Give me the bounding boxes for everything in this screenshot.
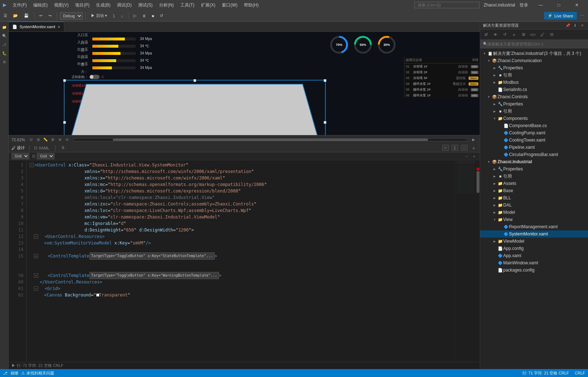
expand-15[interactable]: + [34,254,38,258]
se-filter-icon[interactable]: ⊟ [547,30,556,39]
save-button[interactable]: 💾 [22,13,31,19]
live-share-button[interactable]: ⚡ Live Share [544,12,577,20]
tree-sysmon[interactable]: ▶ 🔷 SystemMonitor.xaml [480,230,588,238]
tree-mainwindow[interactable]: ▶ 🔷 MainWindow.xaml [480,259,588,266]
sync-button[interactable]: ⇅ [61,146,65,150]
expand-ind-bll[interactable]: ▶ [492,195,497,201]
se-search-input[interactable] [487,42,585,46]
expand-solution[interactable]: ▼ [482,51,487,56]
restore-button[interactable]: □ [550,0,567,10]
sidebar-search-icon[interactable]: 🔍 [0,32,8,40]
tab-systemmonitor[interactable]: 📄 SystemMonitor.xaml ✕ [9,21,64,31]
undo-button[interactable]: ↩ [37,13,45,19]
design-mode-button[interactable]: 🖊 设计 [12,145,25,151]
expand-communication[interactable]: ▼ [486,58,492,64]
expand-ctrl-props[interactable]: ▶ [492,101,497,107]
menu-analyze[interactable]: 分析(N) [156,1,177,9]
expand-ind-model[interactable]: ▶ [492,209,497,215]
editor-scrollbar[interactable] [476,160,480,362]
tree-ind-dal[interactable]: ▶ 📁 DAL [480,202,588,209]
arrow-icon[interactable]: ⬇ [572,23,578,29]
expand-ind-assets[interactable]: ▶ [492,181,497,186]
menu-edit[interactable]: 编辑(E) [30,1,51,9]
xaml-mode-button[interactable]: ⊡ XAML [34,146,49,150]
menu-project[interactable]: 项目(P) [72,1,92,9]
tree-packages[interactable]: ▶ 📄 packages.config [480,266,588,274]
tab-close-button[interactable]: ✕ [57,25,60,29]
se-designer-icon[interactable]: 🖊 [538,30,547,39]
status-toggle[interactable] [89,75,100,79]
expand-comm-props[interactable]: ▶ [492,65,497,71]
expand-12[interactable]: − [34,234,38,239]
tree-ind-refs[interactable]: ▶ ■ 引用 [480,173,588,180]
expand-comm-modbus[interactable]: ▶ [492,79,497,85]
solution-root[interactable]: ▼ 📋 解决方案'Zhaoxi.Industrial'(3 个项目，共 3 个) [480,50,588,57]
zoom-out-icon[interactable]: ⊖ [64,136,70,143]
new-button[interactable]: ☰ [1,13,9,19]
grid-icon[interactable]: ⊞ [35,136,41,143]
menu-help[interactable]: 帮助(H) [241,1,262,9]
expand-ind-refs[interactable]: ▶ [492,173,497,179]
expand-ctrl-refs[interactable]: ▶ [492,108,497,114]
expand-1[interactable]: − [30,163,34,167]
sidebar-extensions-icon[interactable]: ⊞ [0,58,8,66]
se-code-icon[interactable]: </> [528,30,537,39]
expand-ind-view[interactable]: ▼ [492,217,497,222]
tree-report[interactable]: ▶ 🔷 ReportManagement.xaml [480,223,588,230]
tree-industrial[interactable]: ▼ 📦 Zhaoxi.Industrial [480,158,588,165]
sidebar-debug-icon[interactable]: 🐛 [0,49,8,57]
tree-compbase[interactable]: ▶ 📄 ComponentBase.cs [480,122,588,129]
open-button[interactable]: 📂 [11,13,20,19]
tree-ind-assets[interactable]: ▶ 📁 Assets [480,180,588,187]
tree-ind-view[interactable]: ▼ 📁 View [480,216,588,223]
tree-comm-refs[interactable]: ▶ ■ 引用 [480,72,588,79]
tree-ctrl-refs[interactable]: ▶ ■ 引用 [480,108,588,115]
expand-all-icon[interactable]: + [471,153,477,159]
tree-ind-model[interactable]: ▶ 📁 Model [480,209,588,216]
tree-appxaml[interactable]: ▶ 🔷 App.xaml [480,252,588,259]
menu-test[interactable]: 测试(S) [135,1,155,9]
restart-button[interactable]: ↺ [158,13,165,19]
run-button[interactable]: ▷ [131,13,139,19]
menu-extensions[interactable]: 扩展(X) [198,1,218,9]
se-refresh-icon[interactable]: ↺ [500,30,509,39]
tree-comm-serial[interactable]: ▶ 📄 SerialInfo.cs [480,86,588,93]
tree-ctrl-props[interactable]: ▶ 🔧 Properties [480,100,588,108]
add-button[interactable]: + [470,145,477,151]
expand-components[interactable]: ▼ [492,116,497,121]
menu-view[interactable]: 视图(V) [51,1,71,9]
start-button[interactable]: ▶ 启动 ▾ [89,12,109,19]
element-combo[interactable]: Grid [12,153,29,159]
redo-button[interactable]: ↪ [46,13,54,19]
layout-full-button[interactable]: □ [461,145,468,151]
tree-comm-modbus[interactable]: ▶ 📁 Modbus [480,79,588,86]
minimize-button[interactable]: — [532,0,549,10]
expand-ind-props[interactable]: ▶ [492,166,497,172]
snap-icon[interactable]: ⊠ [49,136,56,143]
horizontal-scrollbar[interactable] [73,138,468,141]
sidebar-explorer-icon[interactable]: 📁 [0,23,8,31]
step-into-button[interactable]: ↓ [119,13,125,19]
tree-coolingtower[interactable]: ▶ 🔷 CoolingTower.xaml [480,136,588,144]
menu-debug[interactable]: 调试(D) [114,1,135,9]
menu-tools[interactable]: 工具(T) [177,1,197,9]
se-show-all-icon[interactable]: 👁 [491,30,500,39]
expand-ind-viewmodel[interactable]: ▶ [492,238,497,244]
expand-controls[interactable]: ▼ [486,94,492,100]
tree-communication[interactable]: ▼ 📦 Zhaoxi.Communication [480,57,588,64]
login-button[interactable]: 登录 [519,2,528,8]
tree-components[interactable]: ▼ 📁 Components [480,115,588,122]
se-sync-icon[interactable]: ⇄ [482,30,490,39]
se-collapse-icon[interactable]: ≡ [510,30,518,39]
tree-circular[interactable]: ▶ 🔷 CircularProgressBar.xaml [480,151,588,158]
search-input[interactable] [414,2,479,8]
close-button[interactable]: ✕ [569,0,585,10]
tree-controls[interactable]: ▼ 📦 Zhaoxi.Controls [480,93,588,100]
more-tools-button[interactable]: ⋯ [578,13,587,19]
layout-horizontal-button[interactable]: ═ [442,145,449,151]
tree-pipeline[interactable]: ▶ 🔷 Pipeline.xaml [480,144,588,151]
expand-ind-base[interactable]: ▶ [492,188,497,194]
tree-ind-props[interactable]: ▶ 🔧 Properties [480,165,588,173]
code-content[interactable]: − <UserControl x:Class="Zhaoxi.Industria… [27,160,455,362]
pause-button[interactable]: ⏸ [140,13,148,19]
